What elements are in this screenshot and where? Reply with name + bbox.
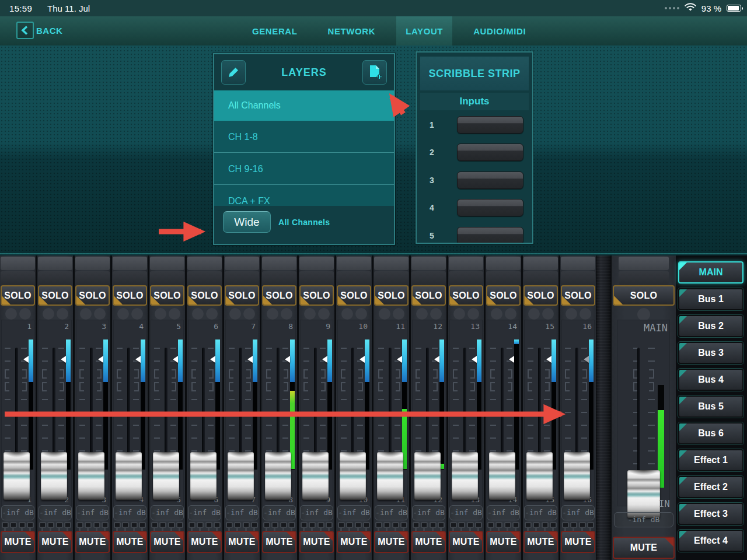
channel-fader-cap[interactable]	[116, 452, 142, 500]
channel-mute-button[interactable]: MUTE	[150, 531, 184, 553]
output-select-bus-4[interactable]: Bus 4	[678, 369, 743, 391]
channel-solo-button[interactable]: SOLO	[374, 285, 409, 306]
channel-scribble-slot[interactable]	[1, 271, 35, 285]
layer-item-ch-1-8[interactable]: CH 1-8	[214, 121, 394, 153]
channel-scribble-slot[interactable]	[187, 257, 222, 270]
scribble-input-1[interactable]	[457, 116, 523, 134]
channel-solo-button[interactable]: SOLO	[150, 285, 184, 306]
channel-fader-cap[interactable]	[489, 452, 515, 500]
channel-mute-button[interactable]: MUTE	[113, 531, 147, 553]
main-scribble-slot[interactable]	[619, 271, 669, 285]
channel-scribble-slot[interactable]	[75, 257, 110, 270]
channel-solo-button[interactable]: SOLO	[561, 285, 595, 306]
tab-general[interactable]: GENERAL	[243, 16, 307, 46]
channel-scribble-slot[interactable]	[337, 271, 371, 285]
channel-mute-button[interactable]: MUTE	[1, 531, 35, 553]
output-select-bus-2[interactable]: Bus 2	[678, 315, 743, 337]
main-mute-button[interactable]: MUTE	[613, 537, 675, 559]
channel-scribble-slot[interactable]	[225, 271, 259, 285]
channel-mute-button[interactable]: MUTE	[523, 531, 558, 553]
channel-solo-button[interactable]: SOLO	[225, 285, 259, 306]
channel-mute-button[interactable]: MUTE	[225, 531, 259, 553]
channel-scribble-slot[interactable]	[38, 257, 72, 270]
channel-mute-button[interactable]: MUTE	[561, 531, 595, 553]
layer-item-ch-9-16[interactable]: CH 9-16	[214, 153, 394, 185]
channel-scribble-slot[interactable]	[150, 257, 184, 270]
edit-layers-button[interactable]	[221, 60, 246, 85]
channel-scribble-slot[interactable]	[1, 257, 35, 270]
channel-scribble-slot[interactable]	[486, 257, 521, 270]
channel-mute-button[interactable]: MUTE	[449, 531, 483, 553]
channel-scribble-slot[interactable]	[523, 257, 558, 270]
wide-mode-button[interactable]: Wide	[223, 211, 271, 233]
output-select-effect-1[interactable]: Effect 1	[678, 449, 743, 471]
channel-solo-button[interactable]: SOLO	[411, 285, 446, 306]
channel-fader-cap[interactable]	[526, 452, 553, 500]
channel-scribble-slot[interactable]	[449, 271, 483, 285]
channel-solo-button[interactable]: SOLO	[262, 285, 296, 306]
channel-mute-button[interactable]: MUTE	[38, 531, 72, 553]
channel-fader-cap[interactable]	[265, 452, 291, 500]
channel-scribble-slot[interactable]	[374, 257, 409, 270]
channel-solo-button[interactable]: SOLO	[299, 285, 334, 306]
channel-scribble-slot[interactable]	[113, 271, 147, 285]
channel-fader-cap[interactable]	[4, 452, 30, 500]
main-solo-button[interactable]: SOLO	[613, 285, 675, 306]
channel-scribble-slot[interactable]	[187, 271, 222, 285]
channel-mute-button[interactable]: MUTE	[486, 531, 521, 553]
channel-scribble-slot[interactable]	[411, 271, 446, 285]
output-select-bus-6[interactable]: Bus 6	[678, 422, 743, 444]
output-select-effect-2[interactable]: Effect 2	[678, 476, 743, 498]
channel-fader-cap[interactable]	[340, 452, 366, 500]
channel-scribble-slot[interactable]	[38, 271, 72, 285]
channel-mute-button[interactable]: MUTE	[299, 531, 334, 553]
add-layer-button[interactable]	[362, 60, 387, 85]
channel-fader-cap[interactable]	[414, 452, 441, 500]
main-fader-cap[interactable]	[627, 470, 660, 518]
channel-scribble-slot[interactable]	[299, 257, 334, 270]
channel-fader-cap[interactable]	[452, 452, 478, 500]
channel-solo-button[interactable]: SOLO	[1, 285, 35, 306]
channel-scribble-slot[interactable]	[411, 257, 446, 270]
output-select-bus-5[interactable]: Bus 5	[678, 396, 743, 418]
channel-scribble-slot[interactable]	[486, 271, 521, 285]
channel-fader-cap[interactable]	[564, 452, 590, 500]
channel-mute-button[interactable]: MUTE	[187, 531, 222, 553]
channel-mute-button[interactable]: MUTE	[411, 531, 446, 553]
channel-fader-cap[interactable]	[228, 452, 254, 500]
layer-item-all-channels[interactable]: All Channels	[214, 90, 394, 121]
channel-solo-button[interactable]: SOLO	[337, 285, 371, 306]
channel-scribble-slot[interactable]	[561, 257, 595, 270]
channel-solo-button[interactable]: SOLO	[486, 285, 521, 306]
scribble-input-4[interactable]	[457, 199, 523, 216]
output-select-bus-1[interactable]: Bus 1	[678, 288, 743, 310]
channel-mute-button[interactable]: MUTE	[374, 531, 409, 553]
layer-item-dca-fx[interactable]: DCA + FX	[214, 185, 394, 208]
channel-scribble-slot[interactable]	[75, 271, 110, 285]
scribble-input-5[interactable]	[457, 227, 523, 243]
channel-scribble-slot[interactable]	[262, 271, 296, 285]
channel-solo-button[interactable]: SOLO	[113, 285, 147, 306]
channel-mute-button[interactable]: MUTE	[75, 531, 110, 553]
channel-fader-cap[interactable]	[190, 452, 217, 500]
channel-solo-button[interactable]: SOLO	[449, 285, 483, 306]
channel-scribble-slot[interactable]	[262, 257, 296, 270]
channel-solo-button[interactable]: SOLO	[187, 285, 222, 306]
channel-fader-cap[interactable]	[302, 452, 329, 500]
output-select-effect-4[interactable]: Effect 4	[678, 530, 743, 552]
channel-solo-button[interactable]: SOLO	[38, 285, 72, 306]
channel-scribble-slot[interactable]	[150, 271, 184, 285]
channel-fader-cap[interactable]	[377, 452, 403, 500]
channel-scribble-slot[interactable]	[113, 257, 147, 270]
channel-solo-button[interactable]: SOLO	[523, 285, 558, 306]
main-scribble-slot[interactable]	[619, 257, 669, 270]
channel-scribble-slot[interactable]	[374, 271, 409, 285]
tab-network[interactable]: NETWORK	[319, 16, 385, 46]
scribble-input-3[interactable]	[457, 172, 523, 189]
channel-scribble-slot[interactable]	[299, 271, 334, 285]
tab-layout[interactable]: LAYOUT	[396, 16, 452, 46]
channel-fader-cap[interactable]	[78, 452, 104, 500]
channel-scribble-slot[interactable]	[523, 271, 558, 285]
channel-mute-button[interactable]: MUTE	[337, 531, 371, 553]
output-select-effect-3[interactable]: Effect 3	[678, 503, 743, 525]
